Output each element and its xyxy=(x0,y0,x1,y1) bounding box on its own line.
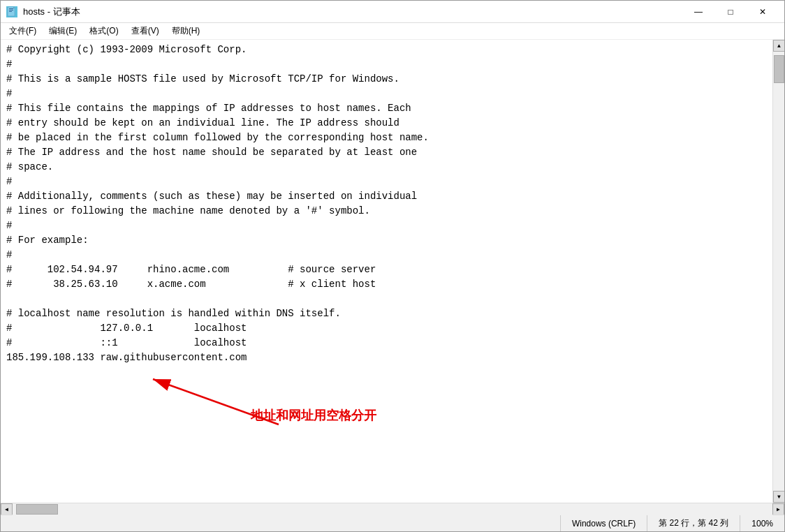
window-controls: — □ ✕ xyxy=(682,1,779,23)
status-bar: Windows (CRLF) 第 22 行，第 42 列 100% xyxy=(1,515,784,531)
menu-file[interactable]: 文件(F) xyxy=(3,24,42,38)
scroll-thumb-h[interactable] xyxy=(16,504,58,515)
editor-container: # Copyright (c) 1993-2009 Microsoft Corp… xyxy=(6,43,767,365)
window-title: hosts - 记事本 xyxy=(23,6,80,18)
scroll-left-button[interactable]: ◀ xyxy=(1,503,13,515)
menu-bar: 文件(F) 编辑(E) 格式(O) 查看(V) 帮助(H) xyxy=(1,23,784,40)
menu-edit[interactable]: 编辑(E) xyxy=(43,24,82,38)
content-area: # Copyright (c) 1993-2009 Microsoft Corp… xyxy=(1,40,784,503)
editor-content[interactable]: # Copyright (c) 1993-2009 Microsoft Corp… xyxy=(6,43,767,365)
notepad-window: hosts - 记事本 — □ ✕ 文件(F) 编辑(E) 格式(O) 查看(V… xyxy=(0,0,785,532)
zoom-text: 100% xyxy=(751,519,773,529)
svg-rect-3 xyxy=(9,11,12,12)
title-bar: hosts - 记事本 — □ ✕ xyxy=(1,1,784,23)
status-position: 第 22 行，第 42 列 xyxy=(647,515,740,531)
status-encoding: Windows (CRLF) xyxy=(560,515,647,531)
app-icon xyxy=(6,6,17,17)
bottom-area: ◀ ▶ Windows (CRLF) 第 22 行，第 42 列 100% xyxy=(1,503,784,531)
maximize-button[interactable]: □ xyxy=(714,1,747,23)
menu-format[interactable]: 格式(O) xyxy=(84,24,124,38)
close-button[interactable]: ✕ xyxy=(747,1,779,23)
menu-help[interactable]: 帮助(H) xyxy=(166,24,206,38)
encoding-text: Windows (CRLF) xyxy=(572,519,636,529)
vertical-scrollbar[interactable]: ▲ ▼ xyxy=(772,40,784,503)
svg-rect-1 xyxy=(9,8,13,9)
annotation-spacer xyxy=(6,365,767,456)
scroll-up-button[interactable]: ▲ xyxy=(773,40,784,52)
scroll-right-button[interactable]: ▶ xyxy=(772,503,784,515)
minimize-button[interactable]: — xyxy=(682,1,714,23)
scroll-track-h[interactable] xyxy=(13,503,772,515)
svg-rect-2 xyxy=(9,10,13,10)
position-text: 第 22 行，第 42 列 xyxy=(659,517,728,529)
scroll-thumb-v[interactable] xyxy=(774,55,784,83)
horizontal-scrollbar[interactable]: ◀ ▶ xyxy=(1,503,784,515)
status-zoom: 100% xyxy=(740,515,784,531)
scroll-down-button[interactable]: ▼ xyxy=(773,491,784,503)
text-editor[interactable]: # Copyright (c) 1993-2009 Microsoft Corp… xyxy=(1,40,772,503)
title-bar-left: hosts - 记事本 xyxy=(6,6,80,18)
scroll-track-v[interactable] xyxy=(773,52,784,491)
menu-view[interactable]: 查看(V) xyxy=(126,24,165,38)
